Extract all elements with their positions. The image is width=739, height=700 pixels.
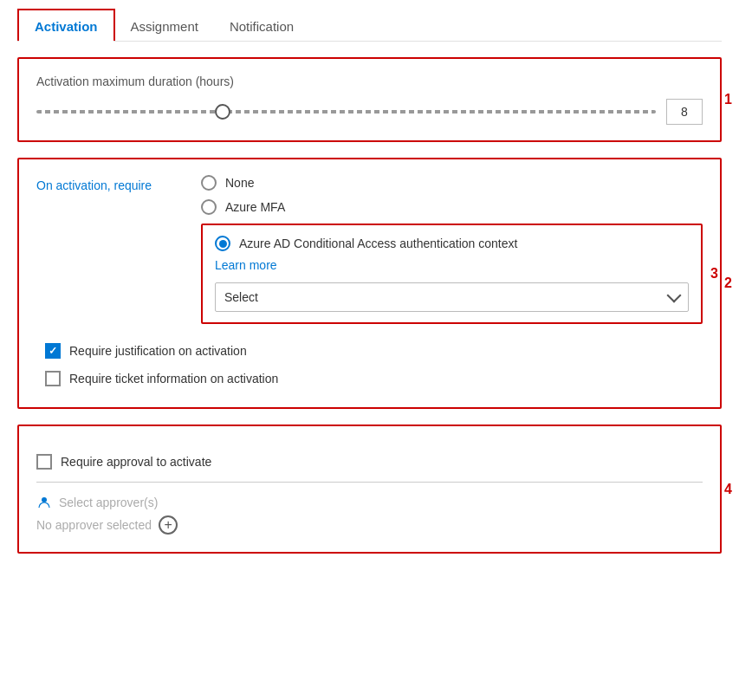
slider-track[interactable] <box>36 103 656 120</box>
checkmark-justification: ✓ <box>49 346 57 356</box>
slider-row: 8 <box>36 99 703 125</box>
activation-require-section: On activation, require None Azure MFA Az… <box>17 158 722 409</box>
checkbox-ticket[interactable] <box>45 371 61 386</box>
duration-section: Activation maximum duration (hours) 8 1 <box>17 57 722 142</box>
tab-assignment[interactable]: Assignment <box>115 10 214 41</box>
slider-line <box>36 110 656 113</box>
checkbox-approval[interactable] <box>36 454 52 470</box>
checkbox-ticket-label: Require ticket information on activation <box>69 372 278 386</box>
radio-label-mfa: Azure MFA <box>225 200 285 214</box>
learn-more-link[interactable]: Learn more <box>215 258 689 272</box>
person-icon <box>36 495 52 510</box>
tab-activation[interactable]: Activation <box>17 9 115 41</box>
radio-option-conditional[interactable]: Azure AD Conditional Access authenticati… <box>215 236 689 251</box>
radio-option-none[interactable]: None <box>201 175 703 191</box>
no-approver-label: No approver selected <box>36 518 152 532</box>
tab-notification[interactable]: Notification <box>214 10 309 41</box>
section-badge-1: 1 <box>724 92 732 107</box>
section-badge-4: 4 <box>724 482 732 497</box>
radio-input-none[interactable] <box>201 175 217 191</box>
radio-option-mfa[interactable]: Azure MFA <box>201 199 703 215</box>
conditional-access-box: Azure AD Conditional Access authenticati… <box>201 224 703 324</box>
slider-thumb[interactable] <box>215 104 230 120</box>
radio-input-conditional[interactable] <box>215 236 230 251</box>
tab-bar: Activation Assignment Notification <box>17 9 722 42</box>
checkbox-justification[interactable]: ✓ <box>45 343 61 359</box>
section-badge-2: 2 <box>724 275 732 291</box>
select-dropdown[interactable]: Select <box>215 282 689 312</box>
svg-point-0 <box>42 497 47 502</box>
radio-dot-conditional <box>219 240 227 248</box>
slider-value[interactable]: 8 <box>666 99 703 125</box>
radio-label-conditional: Azure AD Conditional Access authenticati… <box>239 237 517 250</box>
approval-section: Require approval to activate Select appr… <box>17 425 722 554</box>
radio-input-mfa[interactable] <box>201 199 217 215</box>
checkbox-justification-row: ✓ Require justification on activation <box>45 343 703 359</box>
radio-group: None Azure MFA Azure AD Conditional Acce… <box>201 175 703 324</box>
approval-divider <box>36 482 703 483</box>
checkbox-ticket-row: Require ticket information on activation <box>45 371 703 386</box>
checkbox-approval-label: Require approval to activate <box>61 455 211 469</box>
approver-row: Select approver(s) <box>36 495 703 510</box>
checkbox-justification-label: Require justification on activation <box>69 344 247 358</box>
duration-label: Activation maximum duration (hours) <box>36 75 703 88</box>
no-approver-row: No approver selected + <box>36 515 703 535</box>
checkbox-approval-row: Require approval to activate <box>36 454 703 470</box>
chevron-down-icon <box>667 288 682 303</box>
add-approver-button[interactable]: + <box>159 515 178 535</box>
section-badge-3: 3 <box>710 266 718 282</box>
on-activation-label: On activation, require <box>36 175 175 192</box>
select-placeholder: Select <box>224 290 258 304</box>
approver-placeholder: Select approver(s) <box>59 496 158 509</box>
activation-require-inner: On activation, require None Azure MFA Az… <box>36 175 703 324</box>
radio-label-none: None <box>225 176 254 190</box>
